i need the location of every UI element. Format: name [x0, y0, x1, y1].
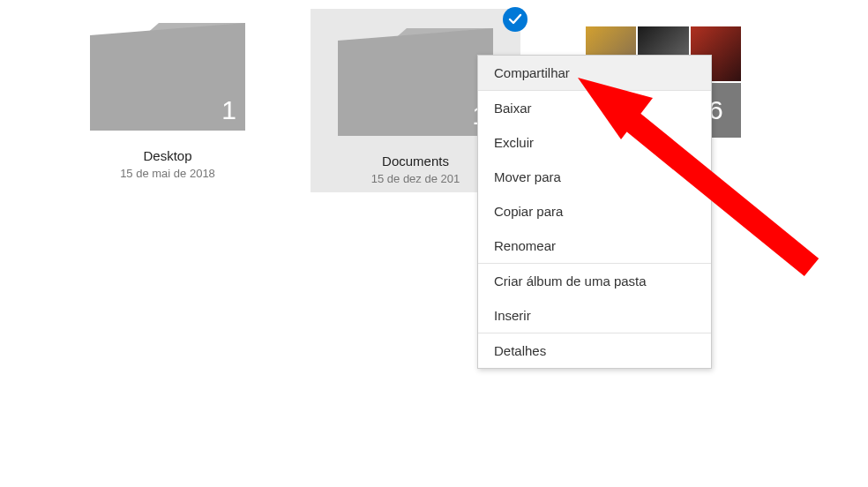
menu-item-embed[interactable]: Inserir: [478, 298, 711, 333]
folder-tile[interactable]: 5 Drive 17: [0, 9, 19, 187]
folder-tile[interactable]: 0: [0, 247, 19, 379]
menu-item-share[interactable]: Compartilhar: [478, 56, 711, 90]
menu-item-download[interactable]: Baixar: [478, 91, 711, 125]
menu-item-details[interactable]: Detalhes: [478, 333, 711, 368]
folder-name-label: Drive: [0, 146, 19, 165]
folder-glyph-icon: [338, 25, 493, 139]
selected-check-icon: [503, 7, 528, 32]
menu-item-move-to[interactable]: Mover para: [478, 160, 711, 194]
folder-date-label: 15 de mai de 2018: [65, 167, 270, 187]
menu-item-create-album[interactable]: Criar álbum de uma pasta: [478, 264, 711, 298]
folder-tile-desktop[interactable]: 1 Desktop 15 de mai de 2018: [65, 9, 270, 187]
folder-icon: 0: [0, 247, 19, 379]
folder-name-label: Desktop: [65, 146, 270, 165]
folder-icon: 5: [0, 9, 19, 141]
folder-item-count: 1: [221, 95, 236, 125]
folder-icon: 1: [0, 401, 19, 487]
menu-item-copy-to[interactable]: Copiar para: [478, 194, 711, 229]
folder-icon: 1: [65, 9, 270, 141]
menu-item-rename[interactable]: Renomear: [478, 229, 711, 263]
context-menu: Compartilhar Baixar Excluir Mover para C…: [477, 55, 712, 369]
folder-tile[interactable]: 1: [0, 401, 19, 487]
folder-date-label: 17: [0, 167, 19, 187]
menu-item-delete[interactable]: Excluir: [478, 125, 711, 160]
